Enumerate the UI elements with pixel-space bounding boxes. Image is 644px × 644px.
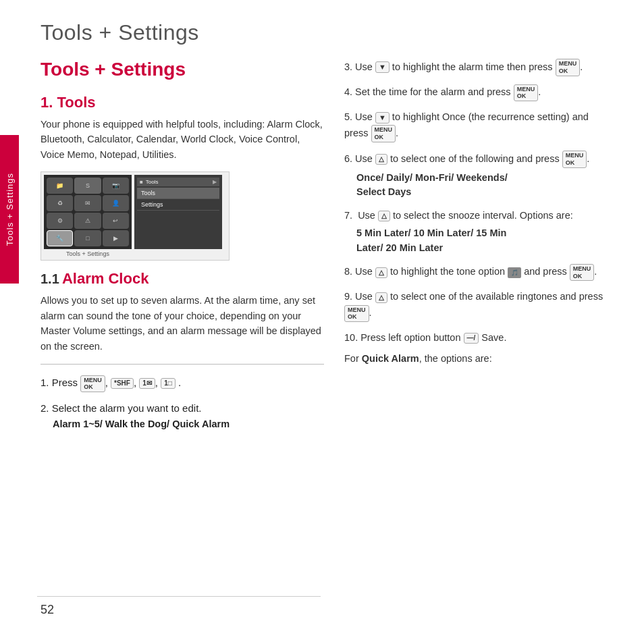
step-2-bold: Alarm 1~5/ Walk the Dog/ Quick Alarm [41,419,230,429]
screen-icon-r4c2: □ [74,230,101,246]
step-7: 7. Use △ to select the snooze interval. … [344,208,607,256]
btn-menuok-5: MENUOK [371,125,396,142]
tone-icon: 🎵 [508,267,521,278]
subsection1-1-label: Alarm Clock [62,270,149,287]
btn-shf: *SHF [111,378,134,389]
btn-menuok-8: MENUOK [570,264,595,281]
screen-icon-play: ▶ [103,230,129,246]
screen-icon-r3c3: ↩ [103,213,129,229]
screen-label: Tools + Settings [44,250,132,257]
screen-left-panel: 📁 S 📷 ♻ ✉ 👤 ⚙ ⚠ ↩ 🔧 □ ▶ Tools + Sett [44,175,132,257]
btn-1msg: 1✉ [139,378,155,389]
step-6-text: 6. Use △ to select one of the following … [344,151,607,168]
btn-menuok-6: MENUOK [562,151,587,168]
btn-nav-up-8: △ [375,267,387,278]
step-9-text: 9. Use △ to select one of the available … [344,291,603,318]
main-content: Tools + Settings 1. Tools Your phone is … [0,52,644,447]
step-2-text: 2. Select the alarm you want to edit. Al… [41,402,230,429]
step-8-text: 8. Use △ to highlight the tone option 🎵 … [344,266,597,277]
screen-icon-selected: 🔧 [47,230,73,246]
step-6-options: Once/ Daily/ Mon-Fri/ Weekends/Select Da… [344,171,607,200]
btn-menuok-4: MENUOK [514,84,539,102]
screenshot-mockup: 📁 S 📷 ♻ ✉ 👤 ⚙ ⚠ ↩ 🔧 □ ▶ Tools + Sett [41,171,230,261]
step-6: 6. Use △ to select one of the following … [344,151,607,200]
subsection1-number: 1. Tools [41,94,324,111]
section-title: Tools + Settings [41,59,324,80]
sidebar-tab-label: Tools + Settings [5,173,15,246]
screen-menu-title: Tools [146,179,159,185]
btn-menuok-1: MENUOK [80,375,105,393]
phone-screen-right: ■ Tools ▶ Tools Settings [134,175,222,249]
btn-nav-down-5: ▼ [375,112,390,124]
step-7-options: 5 Min Later/ 10 Min Later/ 15 MinLater/ … [344,226,607,256]
screen-right-panel: ■ Tools ▶ Tools Settings [134,175,222,257]
btn-nav-up-9: △ [375,292,387,303]
screen-icon-camera: 📷 [103,178,129,194]
left-column: Tools + Settings 1. Tools Your phone is … [41,59,324,440]
steps-right: 3. Use ▼ to highlight the alarm time the… [344,59,607,367]
quick-alarm-bold: Quick Alarm [362,353,419,364]
btn-menuok-3: MENUOK [556,59,581,76]
step-3: 3. Use ▼ to highlight the alarm time the… [344,59,607,76]
step-2: 2. Select the alarm you want to edit. Al… [41,400,324,432]
step-5: 5. Use ▼ to highlight Once (the recurren… [344,109,607,142]
screen-icon-person: 👤 [103,195,129,211]
step-4: 4. Set the time for the alarm and press … [344,84,607,102]
screen-menu-item-settings: Settings [137,199,219,211]
step-4-text: 4. Set the time for the alarm and press … [344,86,541,97]
page-number: 52 [41,603,54,617]
screen-menu-header: ■ Tools ▶ [137,178,219,186]
screen-icon-msg: ✉ [74,195,101,211]
step-8: 8. Use △ to highlight the tone option 🎵 … [344,264,607,281]
screen-icon-r2c1: ♻ [47,195,73,211]
divider [41,364,324,365]
page-header: Tools + Settings [0,0,644,52]
btn-menuok-9: MENUOK [344,305,369,323]
step-10: 10. Press left option button —/ Save. Fo… [344,330,607,367]
screen-icon-r3c1: ⚙ [47,213,73,229]
step-3-text: 3. Use ▼ to highlight the alarm time the… [344,61,583,72]
bottom-rule [37,596,321,597]
subsection1-1-heading: 1.1 Alarm Clock [41,270,324,288]
btn-nav-up-7: △ [378,211,390,221]
subsection1-body: Your phone is equipped with helpful tool… [41,117,324,162]
step-10-text: 10. Press left option button —/ Save. [344,330,607,346]
step-5-text: 5. Use ▼ to highlight Once (the recurren… [344,111,589,138]
btn-nav-up-6: △ [375,154,387,165]
btn-nav-down-3: ▼ [375,61,390,73]
step-10-footer: For Quick Alarm, the options are: [344,351,607,367]
step-1: 1. Press MENUOK, *SHF, 1✉, 1□ . [41,375,324,392]
sidebar-tab: Tools + Settings [0,135,19,284]
subsection1-1-number: 1.1 [41,271,59,286]
subsection1-label: Tools [57,94,95,111]
screen-menu-item-tools: Tools [137,188,219,199]
screen-icon-s: S [74,178,101,194]
phone-screen-left: 📁 S 📷 ♻ ✉ 👤 ⚙ ⚠ ↩ 🔧 □ ▶ [44,175,132,249]
right-column: 3. Use ▼ to highlight the alarm time the… [344,59,607,440]
step-9: 9. Use △ to select one of the available … [344,289,607,322]
step-7-text: 7. Use △ to select the snooze interval. … [344,208,607,223]
screen-icon-folder: 📁 [47,178,73,194]
step-1-text: 1. Press MENUOK, *SHF, 1✉, 1□ . [41,377,181,388]
screen-icon-warn: ⚠ [74,213,101,229]
subsection1-1-body: Allows you to set up to seven alarms. At… [41,293,324,354]
btn-1sq: 1□ [161,378,176,389]
btn-save-left: —/ [464,333,479,344]
